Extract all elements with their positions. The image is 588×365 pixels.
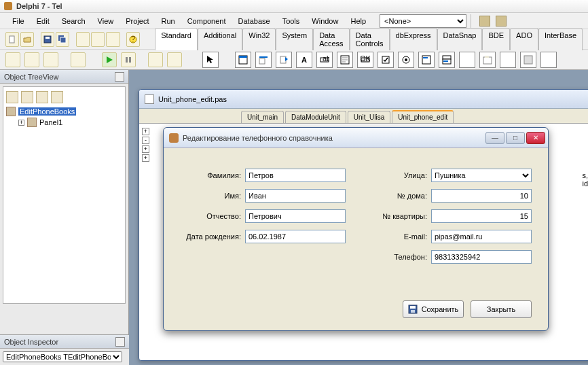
tab-dbexpress[interactable]: dbExpress <box>390 28 437 50</box>
tree-child-panel1[interactable]: + Panel1 <box>18 117 122 128</box>
tree-tb-2[interactable] <box>21 91 33 103</box>
cursor-icon[interactable] <box>202 52 219 68</box>
tab-dataaccess[interactable]: Data Access <box>313 28 349 50</box>
openproj-button[interactable] <box>76 32 90 47</box>
pin-icon[interactable] <box>115 72 124 82</box>
stepinto-button[interactable] <box>167 52 182 67</box>
listbox-icon[interactable] <box>418 52 435 68</box>
save-button[interactable] <box>41 32 54 47</box>
groupbox-icon[interactable] <box>479 52 496 68</box>
etab-3[interactable]: Unit_phone_edit <box>392 110 454 123</box>
label-email: E-mail: <box>366 232 431 241</box>
menu-help[interactable]: Help <box>345 15 371 27</box>
viewunit-button[interactable] <box>5 52 20 67</box>
etab-1[interactable]: DataModuleUnit <box>285 111 346 123</box>
maximize-button[interactable]: □ <box>506 132 525 144</box>
menu-search[interactable]: Search <box>56 15 91 27</box>
etab-0[interactable]: Unit_main <box>241 111 284 123</box>
edit-icon[interactable]: ab| <box>316 52 333 68</box>
actionlist-icon[interactable] <box>540 52 557 68</box>
panel-icon[interactable] <box>520 52 536 68</box>
frames-icon[interactable] <box>235 52 251 68</box>
pin-icon[interactable] <box>115 337 125 347</box>
saveall-button[interactable] <box>56 32 69 47</box>
toggle-button[interactable] <box>43 52 58 67</box>
tab-standard[interactable]: Standard <box>155 28 198 50</box>
menu-window[interactable]: Window <box>306 15 344 27</box>
menu-component[interactable]: Component <box>182 15 232 27</box>
svg-rect-7 <box>126 57 128 63</box>
checkbox-icon[interactable] <box>378 52 394 68</box>
svg-rect-0 <box>10 36 14 43</box>
tab-datasnap[interactable]: DataSnap <box>437 28 483 50</box>
expand-icon[interactable]: + <box>18 120 24 126</box>
object-inspector: Object Inspector EditPhoneBooks TEditPho… <box>0 334 129 365</box>
menu-tools[interactable]: Tools <box>277 15 306 27</box>
select-street[interactable]: Пушника <box>431 169 532 182</box>
mainmenu-icon[interactable] <box>255 52 272 68</box>
dialog-titlebar[interactable]: Редактирование телефонного справочника —… <box>164 128 548 148</box>
input-name[interactable] <box>245 189 346 203</box>
help-icon[interactable]: ? <box>126 32 140 47</box>
memo-icon[interactable] <box>337 52 353 68</box>
etab-2[interactable]: Unit_Ulisa <box>348 111 391 123</box>
combobox-icon[interactable] <box>439 52 455 68</box>
viewform-button[interactable] <box>24 52 39 67</box>
editor-titlebar[interactable]: Unit_phone_edit.pas <box>139 90 588 109</box>
stepover-button[interactable] <box>148 52 163 67</box>
menu-database[interactable]: Database <box>233 15 276 27</box>
minimize-button[interactable]: — <box>485 132 504 144</box>
input-birthdate[interactable] <box>245 230 346 243</box>
tree-tb-1[interactable] <box>6 91 18 103</box>
svg-rect-10 <box>239 56 247 58</box>
tab-interbase[interactable]: InterBase <box>538 28 583 50</box>
toolbar-icon-2[interactable] <box>496 16 507 27</box>
input-email[interactable] <box>431 230 532 243</box>
input-house[interactable] <box>431 189 532 203</box>
label-phone: Телефон: <box>366 253 431 261</box>
tree-tb-3[interactable] <box>36 91 48 103</box>
tree-tb-4[interactable] <box>51 91 63 103</box>
cancel-button[interactable]: Закрыть <box>471 300 532 318</box>
inspector-combo[interactable]: EditPhoneBooks TEditPhoneBo <box>3 351 122 362</box>
tab-win32[interactable]: Win32 <box>242 28 276 50</box>
run-button[interactable] <box>102 52 117 67</box>
panel-tree-icon <box>27 118 37 127</box>
close-button[interactable]: ✕ <box>526 132 545 144</box>
tab-additional[interactable]: Additional <box>198 28 242 50</box>
toolbar-icon-1[interactable] <box>479 16 490 27</box>
input-surname[interactable] <box>245 169 346 182</box>
label-icon[interactable]: A <box>296 52 312 68</box>
tab-datacontrols[interactable]: Data Controls <box>350 28 390 50</box>
fold-icon[interactable]: + <box>142 145 149 153</box>
save-button[interactable]: Сохранить <box>403 300 464 318</box>
menu-file[interactable]: File <box>7 15 30 27</box>
tab-system[interactable]: System <box>276 28 313 50</box>
menu-edit[interactable]: Edit <box>31 15 55 27</box>
radiobutton-icon[interactable] <box>398 52 414 68</box>
pause-button[interactable] <box>121 52 136 67</box>
removefile-button[interactable] <box>106 32 120 47</box>
project-combo[interactable]: <None> <box>380 14 466 28</box>
tree-root[interactable]: EditPhoneBooks <box>6 106 122 117</box>
radiogroup-icon[interactable] <box>500 52 516 68</box>
fold-icon[interactable]: + <box>142 154 149 162</box>
tab-ado[interactable]: ADO <box>510 28 538 50</box>
input-patronymic[interactable] <box>245 209 346 223</box>
fold-icon[interactable]: + <box>142 128 149 135</box>
scrollbar-icon[interactable] <box>459 52 475 68</box>
tab-bde[interactable]: BDE <box>482 28 510 50</box>
edit-phone-dialog: Редактирование телефонного справочника —… <box>163 127 549 331</box>
open-button[interactable] <box>20 32 34 47</box>
button-icon[interactable]: OK <box>357 52 373 68</box>
input-phone[interactable] <box>431 250 532 264</box>
popupmenu-icon[interactable] <box>276 52 292 68</box>
menu-run[interactable]: Run <box>155 15 180 27</box>
fold-icon[interactable]: - <box>142 137 149 144</box>
addfile-button[interactable] <box>91 32 105 47</box>
newform-button[interactable] <box>71 52 86 67</box>
menu-project[interactable]: Project <box>120 15 154 27</box>
new-button[interactable] <box>5 32 19 47</box>
input-apt[interactable] <box>431 209 532 223</box>
menu-view[interactable]: View <box>92 15 120 27</box>
